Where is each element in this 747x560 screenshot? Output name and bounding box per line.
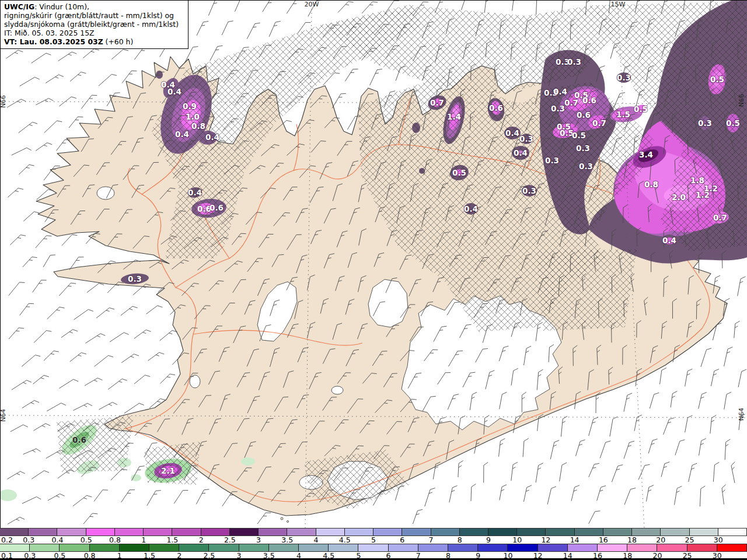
precip-value-label: 0.6	[489, 103, 503, 113]
precip-value-label: 0.4	[188, 188, 202, 197]
colorbar-segment	[690, 528, 718, 536]
colorbar-segment	[358, 544, 388, 551]
precip-value-label: 0.7	[430, 98, 444, 107]
colorbar-segment	[402, 528, 431, 536]
colorbar-tick-label: 20	[656, 536, 665, 544]
precip-value-label: 0.6	[577, 110, 591, 120]
colorbar-tick-label: 0.3	[23, 536, 34, 544]
colorbar-segment	[269, 544, 299, 551]
precip-value-label: 0.6	[582, 96, 596, 105]
precip-value-label: 0.3	[128, 274, 142, 284]
colorbar-segment	[418, 544, 448, 551]
colorbar-segment	[538, 544, 568, 551]
info-box: UWC/IG: Vindur (10m), rigning/skúrir (gr…	[1, 1, 189, 49]
colorbar-segment	[0, 544, 30, 551]
colorbar-segment	[259, 528, 287, 536]
precip-value-label: 0.7	[592, 118, 606, 128]
colorbar-tick-label: 5	[371, 536, 376, 544]
colorbar-tick-label: 9	[486, 536, 491, 544]
precip-value-label: 0.3	[617, 73, 631, 82]
map-canvas: 20W15WN66N66N64N64 0.40.40.91.00.80.40.4…	[0, 0, 747, 528]
colorbar-tick-label: 0.5	[81, 536, 92, 544]
colorbar-tick-label: 1	[141, 536, 146, 544]
precip-value-label: 0.3	[579, 162, 593, 171]
colorbar-segment	[431, 528, 460, 536]
colorbar-segment	[0, 528, 29, 536]
colorbar-segment	[115, 528, 144, 536]
meridian-label: 15W	[611, 1, 626, 8]
info-line-rain: rigning/skúrir (grænt/blátt/rautt - mm/1…	[4, 11, 185, 20]
parallel-label: N66	[1, 95, 7, 108]
colorbar-segment	[478, 544, 508, 551]
colorbar-tick-label: 3	[256, 536, 261, 544]
weather-map-page: 20W15WN66N66N64N64 0.40.40.91.00.80.40.4…	[0, 0, 747, 560]
colorbar-segment	[239, 544, 269, 551]
precip-value-label: 0.9	[183, 102, 197, 111]
precip-value-label: 0.4	[205, 132, 219, 142]
colorbar-segment	[717, 544, 747, 551]
colorbar-segment	[661, 528, 689, 536]
parallel-label: N64	[738, 408, 745, 421]
colorbar-segment	[60, 544, 89, 551]
colorbar-segment	[632, 528, 661, 536]
colorbar-tick-label: 18	[627, 536, 637, 544]
parallel-label: N64	[1, 409, 7, 422]
colorbar-segment	[316, 528, 345, 536]
colorbar-segment	[603, 528, 632, 536]
colorbar-segment	[120, 544, 149, 551]
colorbar-tick-label: 25	[685, 536, 694, 544]
colorbar-segment	[508, 544, 537, 551]
colorbar-tick-label: 6	[400, 536, 404, 544]
precip-value-label: 0.3	[551, 104, 565, 113]
colorbar-segment	[374, 528, 402, 536]
precip-value-label: 0.8	[644, 180, 658, 189]
precip-value-label: 1.0	[186, 112, 200, 121]
colorbar-segment	[287, 528, 316, 536]
precip-value-label: 0.4	[167, 87, 181, 96]
precip-value-label: 0.4	[553, 87, 567, 96]
precip-value-label: 0.5	[710, 75, 724, 84]
precip-value-label: 1.2	[696, 190, 710, 200]
iceland-weather-map: 20W15WN66N66N64N64 0.40.40.91.00.80.40.4…	[1, 1, 747, 528]
precip-value-label: 0.3	[567, 57, 581, 66]
info-line-it: IT: Mið. 05. 03. 2025 15Z	[4, 29, 185, 37]
colorbar-segment	[30, 544, 60, 551]
colorbar-segment	[389, 544, 418, 551]
precip-value-label: 0.8	[191, 121, 205, 131]
colorbar-segment	[149, 544, 179, 551]
colorbar-segment	[57, 528, 86, 536]
colorbar-segment	[201, 528, 230, 536]
precip-value-label: 0.4	[175, 130, 189, 139]
colorbar-segment	[575, 528, 603, 536]
precip-value-label: 0.6	[72, 435, 86, 444]
colorbar-segment	[345, 528, 374, 536]
precip-value-label: 0.5	[634, 104, 648, 114]
precip-value-label: 0.5	[452, 168, 466, 177]
colorbar-tick-label: 30	[714, 536, 723, 544]
colorbar-segment	[172, 528, 201, 536]
colorbar-segment	[329, 544, 358, 551]
precip-value-label: 2.1	[161, 466, 175, 475]
precip-value-label: 0.3	[522, 186, 536, 195]
precip-value-label: 0.3	[545, 156, 559, 165]
precip-value-label: 0.4	[662, 236, 676, 245]
info-line-vt: VT: Lau. 08.03.2025 03Z (+60 h)	[4, 37, 185, 46]
colorbar-tick-label: 7	[428, 536, 433, 544]
precip-value-label: 2.0	[672, 192, 686, 202]
precip-value-label: 0.6	[210, 203, 224, 212]
colorbar-segment	[657, 544, 687, 551]
colorbar-tick-label: 10	[512, 536, 522, 544]
colorbar-segment	[448, 544, 478, 551]
colorbar-segment	[144, 528, 172, 536]
colorbar-segment	[86, 528, 115, 536]
precip-value-label: 0.4	[505, 128, 519, 138]
precip-value-label: 0.5	[572, 131, 586, 140]
colorbar-sleet-snow-labels: 0.20.30.40.50.811.522.533.544.5567891012…	[0, 536, 747, 544]
precip-value-label: 0.3	[576, 144, 590, 153]
colorbar-segment	[598, 544, 627, 551]
info-line-sleet: slydda/snjókoma (grátt/bleikt/grænt - mm…	[4, 20, 185, 29]
colorbar-legend: 0.20.30.40.50.811.522.533.544.5567891012…	[0, 528, 747, 560]
precip-value-label: 0.3	[519, 134, 533, 144]
colorbar-segment	[460, 528, 488, 536]
colorbar-segment	[568, 544, 598, 551]
